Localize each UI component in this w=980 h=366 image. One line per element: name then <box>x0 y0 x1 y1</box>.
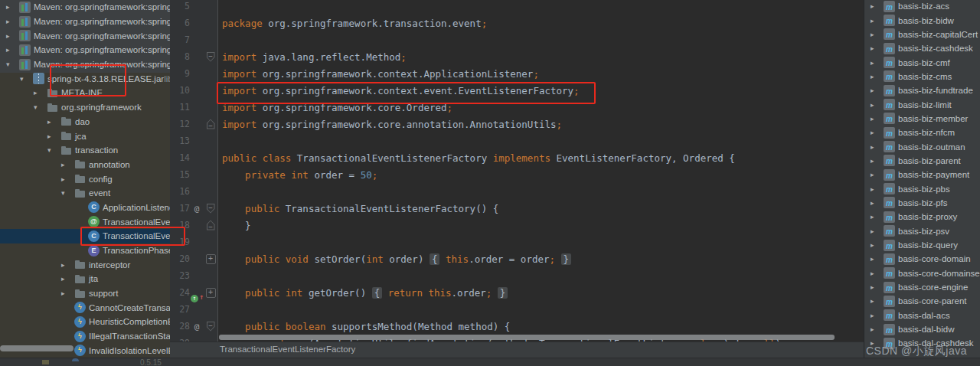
tree-expand-arrow-icon[interactable]: ▸ <box>869 59 884 67</box>
tree-row[interactable]: ▸mbasis-core-engine <box>864 280 980 294</box>
tree-row[interactable]: ▸mbasis-biz-outman <box>864 139 980 153</box>
tree-row[interactable]: ▸dao <box>0 115 170 129</box>
tree-row[interactable]: ▸mbasis-biz-pbs <box>864 181 980 195</box>
tree-expand-arrow-icon[interactable]: ▸ <box>869 143 884 151</box>
tree-row[interactable]: ϟCannotCreateTransactionException <box>0 300 170 315</box>
code-text[interactable]: private int order = 50; <box>217 169 377 181</box>
tree-expand-arrow-icon[interactable]: ▾ <box>46 146 60 154</box>
tree-expand-arrow-icon[interactable]: ▸ <box>869 325 884 333</box>
code-text[interactable]: } <box>217 220 251 231</box>
tree-row[interactable]: ▸mbasis-core-domain <box>864 252 980 266</box>
fold-up-icon[interactable] <box>207 221 215 230</box>
tree-row[interactable]: ▸jta <box>0 272 170 286</box>
editor-hscrollbar-thumb[interactable] <box>219 335 835 340</box>
annotation-gutter-icon[interactable]: @ <box>190 204 204 214</box>
tree-row[interactable]: CApplicationListenerMethodTransactionalA… <box>0 201 170 215</box>
tree-expand-arrow-icon[interactable]: ▸ <box>869 129 884 136</box>
tree-row[interactable]: ▸mbasis-biz-cashdesk <box>864 41 980 55</box>
tree-row[interactable]: ▸mbasis-biz-cmf <box>864 55 980 69</box>
tree-row[interactable]: ▾event <box>0 186 170 201</box>
tree-expand-arrow-icon[interactable]: ▸ <box>869 241 884 249</box>
tree-row[interactable]: ▸mbasis-biz-capitalCert <box>864 28 980 41</box>
tree-expand-arrow-icon[interactable]: ▸ <box>46 118 60 126</box>
tree-row[interactable]: ▸Maven: org.springframework:spring- <box>0 0 170 15</box>
tree-row[interactable]: ▸mbasis-core-parent <box>864 294 980 308</box>
tree-row[interactable]: ▾org.springframework <box>0 100 170 115</box>
tree-row[interactable]: ▸mbasis-dal-bidw <box>864 322 980 336</box>
tree-expand-arrow-icon[interactable]: ▸ <box>869 171 884 178</box>
code-text[interactable]: public class TransactionalEventListenerF… <box>217 152 735 164</box>
tree-row[interactable]: ▸config <box>0 172 170 186</box>
fold-plus-icon[interactable] <box>206 288 216 298</box>
tree-expand-arrow-icon[interactable]: ▸ <box>60 289 74 297</box>
tree-row[interactable]: ▸mbasis-biz-payment <box>864 168 980 181</box>
tree-row[interactable]: ▾transaction <box>0 143 170 158</box>
tree-row[interactable]: ▸annotation <box>0 158 170 172</box>
tree-expand-arrow-icon[interactable]: ▸ <box>869 31 884 38</box>
tree-row[interactable]: ▸mbasis-biz-query <box>864 238 980 252</box>
tree-expand-arrow-icon[interactable]: ▸ <box>5 46 19 54</box>
tree-expand-arrow-icon[interactable]: ▸ <box>869 297 884 305</box>
tree-expand-arrow-icon[interactable]: ▸ <box>32 89 47 96</box>
tree-row[interactable]: ▸Maven: org.springframework:spring- <box>0 28 170 43</box>
tree-expand-arrow-icon[interactable]: ▸ <box>5 3 19 11</box>
tree-expand-arrow-icon[interactable]: ▸ <box>869 312 884 319</box>
tree-row[interactable]: ϟIllegalTransactionStateException <box>0 329 170 344</box>
tree-row[interactable]: ▸mbasis-biz-member <box>864 112 980 126</box>
tree-row[interactable]: ϟHeuristicCompletionException <box>0 315 170 329</box>
code-text[interactable]: package org.springframework.transaction.… <box>217 18 487 29</box>
fold-down-icon[interactable] <box>207 52 215 62</box>
tree-row[interactable]: ▸mbasis-biz-psv <box>864 224 980 238</box>
tree-row[interactable]: ▸mbasis-biz-cms <box>864 70 980 83</box>
tree-expand-arrow-icon[interactable]: ▸ <box>869 227 884 235</box>
tree-row[interactable]: ▸mbasis-biz-parent <box>864 154 980 168</box>
left-tree-hscrollbar-thumb[interactable] <box>0 345 74 351</box>
tree-expand-arrow-icon[interactable]: ▸ <box>869 87 884 94</box>
tree-expand-arrow-icon[interactable]: ▾ <box>5 60 19 68</box>
tree-row[interactable]: ▸mbasis-core-domainservice <box>864 266 980 280</box>
code-text[interactable]: public TransactionalEventListenerFactory… <box>217 203 498 214</box>
tree-expand-arrow-icon[interactable]: ▾ <box>18 75 33 83</box>
tree-expand-arrow-icon[interactable]: ▾ <box>32 103 47 111</box>
tree-expand-arrow-icon[interactable]: ▸ <box>869 115 884 123</box>
tree-expand-arrow-icon[interactable]: ▸ <box>60 261 74 269</box>
tree-expand-arrow-icon[interactable]: ▸ <box>869 17 884 25</box>
code-text[interactable]: public int getOrder() { return this.orde… <box>217 287 508 299</box>
tree-row[interactable]: ▸mbasis-dal-acs <box>864 309 980 322</box>
fold-plus-icon[interactable] <box>206 254 216 264</box>
tree-expand-arrow-icon[interactable]: ▸ <box>869 199 884 207</box>
tree-row[interactable]: ▸mbasis-biz-limit <box>864 97 980 111</box>
fold-down-icon[interactable] <box>207 204 215 214</box>
fold-down-icon[interactable] <box>207 322 215 332</box>
tree-expand-arrow-icon[interactable]: ▸ <box>869 255 884 263</box>
tree-row[interactable]: ▸support <box>0 286 170 301</box>
breadcrumb[interactable]: TransactionalEventListenerFactory <box>220 345 355 354</box>
tree-row[interactable]: ▸interceptor <box>0 257 170 272</box>
tree-expand-arrow-icon[interactable]: ▸ <box>869 101 884 109</box>
tree-row[interactable]: ▸mbasis-biz-nfcm <box>864 126 980 139</box>
tree-expand-arrow-icon[interactable]: ▸ <box>869 2 884 10</box>
tree-row[interactable]: ▸jca <box>0 129 170 143</box>
tree-expand-arrow-icon[interactable]: ▸ <box>60 175 74 183</box>
tree-expand-arrow-icon[interactable]: ▸ <box>5 32 19 40</box>
tree-expand-arrow-icon[interactable]: ▸ <box>869 185 884 193</box>
tree-expand-arrow-icon[interactable]: ▸ <box>869 73 884 80</box>
code-text[interactable]: import org.springframework.core.annotati… <box>217 119 562 130</box>
tree-row[interactable]: ▸Maven: org.springframework:spring- <box>0 43 170 57</box>
tree-expand-arrow-icon[interactable]: ▸ <box>869 283 884 291</box>
tree-row[interactable]: ▸mbasis-biz-acs <box>864 0 980 13</box>
tree-expand-arrow-icon[interactable]: ▸ <box>46 132 60 140</box>
tree-row[interactable]: ▸mbasis-biz-fundtrade <box>864 83 980 97</box>
tree-expand-arrow-icon[interactable]: ▸ <box>869 44 884 52</box>
tree-row[interactable]: ▸mbasis-biz-pfs <box>864 196 980 210</box>
tree-row[interactable]: ▸mbasis-biz-proxy <box>864 210 980 224</box>
tree-expand-arrow-icon[interactable]: ▾ <box>60 189 74 197</box>
code-text[interactable]: import org.springframework.context.Appli… <box>217 68 539 80</box>
tree-expand-arrow-icon[interactable]: ▸ <box>869 157 884 165</box>
tree-expand-arrow-icon[interactable]: ▸ <box>869 213 884 221</box>
tree-row[interactable]: ▸Maven: org.springframework:spring- <box>0 15 170 29</box>
code-text[interactable]: import java.lang.reflect.Method; <box>217 51 407 63</box>
code-text[interactable]: public boolean supportsMethod(Method met… <box>217 321 510 332</box>
tree-row[interactable]: ▸mbasis-biz-bidw <box>864 13 980 27</box>
tree-expand-arrow-icon[interactable]: ▸ <box>869 270 884 277</box>
